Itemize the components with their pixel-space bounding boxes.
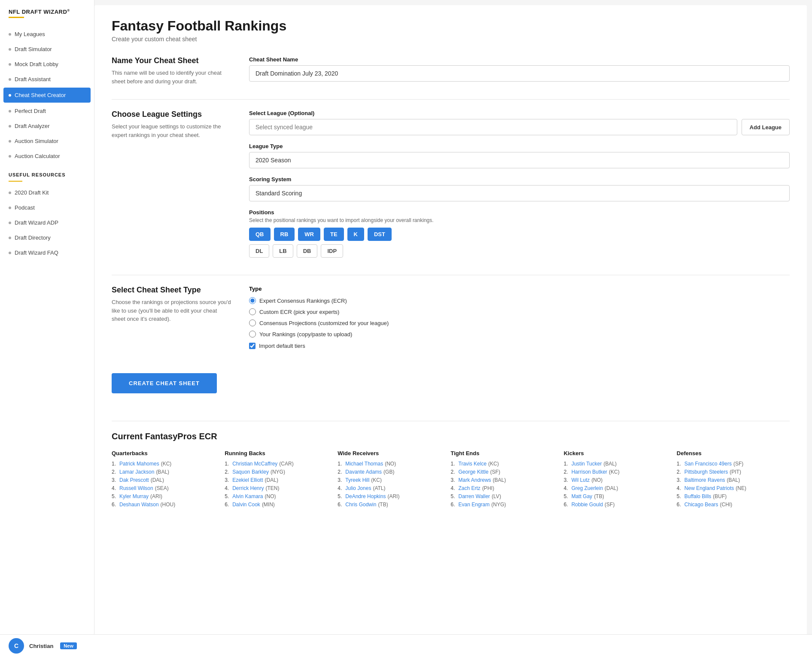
player-name-link[interactable]: San Francisco 49ers <box>684 461 732 467</box>
position-btn-te[interactable]: TE <box>324 228 344 241</box>
player-rank: 5. <box>338 493 344 499</box>
sidebar-item-draft-analyzer[interactable]: Draft Analyzer <box>0 119 94 134</box>
radio-input-3[interactable] <box>249 331 256 338</box>
position-btn-dst[interactable]: DST <box>368 228 392 241</box>
player-name-link[interactable]: Baltimore Ravens <box>684 477 725 483</box>
cheat-sheet-name-input[interactable] <box>249 65 790 82</box>
player-name-link[interactable]: Saquon Barkley <box>232 469 269 475</box>
player-name-link[interactable]: Russell Wilson <box>119 485 153 491</box>
position-btn-dl[interactable]: DL <box>249 244 269 258</box>
cheat-sheet-name-label: Cheat Sheet Name <box>249 56 790 63</box>
player-name-link[interactable]: Buffalo Bills <box>684 493 711 499</box>
player-name-link[interactable]: Lamar Jackson <box>119 469 154 475</box>
positions-desc: Select the positional rankings you want … <box>249 217 790 223</box>
list-item: 5.Kyler Murray (ARI) <box>112 493 218 499</box>
player-name-link[interactable]: Julio Jones <box>345 485 371 491</box>
radio-option-3[interactable]: Your Rankings (copy/paste to upload) <box>249 331 790 338</box>
list-item: 5.Matt Gay (TB) <box>564 493 670 499</box>
player-name-link[interactable]: Kyler Murray <box>119 493 149 499</box>
player-name-link[interactable]: Tyreek Hill <box>345 477 369 483</box>
player-name-link[interactable]: Michael Thomas <box>345 461 383 467</box>
sidebar-item-label: My Leagues <box>15 31 45 37</box>
radio-option-1[interactable]: Custom ECR (pick your experts) <box>249 308 790 315</box>
resource-item-draft-directory[interactable]: Draft Directory <box>0 230 94 245</box>
radio-option-0[interactable]: Expert Consensus Rankings (ECR) <box>249 297 790 304</box>
name-heading: Name Your Cheat Sheet <box>112 56 232 65</box>
sidebar-item-my-leagues[interactable]: My Leagues <box>0 27 94 42</box>
import-tiers-option[interactable]: Import default tiers <box>249 343 790 349</box>
radio-input-0[interactable] <box>249 297 256 304</box>
list-item: 3.Baltimore Ravens (BAL) <box>677 477 783 483</box>
sidebar-item-label: Mock Draft Lobby <box>15 61 58 67</box>
player-name-link[interactable]: Wil Lutz <box>572 477 590 483</box>
player-name-link[interactable]: Christian McCaffrey <box>232 461 277 467</box>
position-btn-rb[interactable]: RB <box>274 228 295 241</box>
sidebar-item-draft-assistant[interactable]: Draft Assistant <box>0 72 94 87</box>
player-name-link[interactable]: Chris Godwin <box>345 502 376 508</box>
player-name-link[interactable]: Harrison Butker <box>572 469 607 475</box>
add-league-button[interactable]: Add League <box>742 119 790 135</box>
player-name-link[interactable]: DeAndre Hopkins <box>345 493 386 499</box>
player-rank: 1. <box>564 461 570 467</box>
player-rank: 4. <box>677 485 683 491</box>
player-name-link[interactable]: Robbie Gould <box>572 502 603 508</box>
scoring-input[interactable] <box>249 185 790 201</box>
player-name-link[interactable]: Matt Gay <box>572 493 593 499</box>
sidebar-item-draft-simulator[interactable]: Draft Simulator <box>0 42 94 57</box>
player-name-link[interactable]: Justin Tucker <box>572 461 602 467</box>
player-name-link[interactable]: George Kittle <box>459 469 489 475</box>
position-btn-k[interactable]: K <box>347 228 364 241</box>
sidebar: NFL DRAFT WIZARD® My LeaguesDraft Simula… <box>0 0 94 657</box>
player-name-link[interactable]: Travis Kelce <box>459 461 487 467</box>
player-name-link[interactable]: Davante Adams <box>345 469 382 475</box>
sidebar-item-auction-calculator[interactable]: Auction Calculator <box>0 149 94 164</box>
ecr-col-running-backs: Running Backs1.Christian McCaffrey (CAR)… <box>225 450 338 510</box>
dot-icon <box>9 48 11 51</box>
position-btn-qb[interactable]: QB <box>249 228 271 241</box>
sidebar-item-mock-draft-lobby[interactable]: Mock Draft Lobby <box>0 57 94 72</box>
position-btn-idp[interactable]: IDP <box>321 244 343 258</box>
list-item: 1.Travis Kelce (KC) <box>451 461 557 467</box>
sidebar-item-perfect-draft[interactable]: Perfect Draft <box>0 103 94 119</box>
player-name-link[interactable]: Alvin Kamara <box>232 493 263 499</box>
player-name-link[interactable]: Darren Waller <box>459 493 490 499</box>
sidebar-item-label: Auction Simulator <box>15 138 58 144</box>
league-desc: Select your league settings to customize… <box>112 122 232 139</box>
player-name-link[interactable]: Derrick Henry <box>232 485 264 491</box>
position-btn-db[interactable]: DB <box>297 244 318 258</box>
radio-input-1[interactable] <box>249 308 256 315</box>
player-name-link[interactable]: New England Patriots <box>684 485 734 491</box>
player-name-link[interactable]: Mark Andrews <box>459 477 491 483</box>
resource-item-podcast[interactable]: Podcast <box>0 200 94 215</box>
league-synced-input[interactable] <box>249 119 737 135</box>
player-name-link[interactable]: Zach Ertz <box>459 485 481 491</box>
create-cheat-sheet-button[interactable]: CREATE CHEAT SHEET <box>112 373 217 393</box>
resource-item-draft-wizard-adp[interactable]: Draft Wizard ADP <box>0 215 94 230</box>
sidebar-resources: 2020 Draft KitPodcastDraft Wizard ADPDra… <box>0 185 94 260</box>
player-name-link[interactable]: Greg Zuerlein <box>572 485 603 491</box>
player-name-link[interactable]: Dalvin Cook <box>232 502 260 508</box>
import-tiers-checkbox[interactable] <box>249 343 255 349</box>
player-name-link[interactable]: Ezekiel Elliott <box>232 477 263 483</box>
league-type-input[interactable] <box>249 152 790 168</box>
dot-icon <box>9 63 11 66</box>
sidebar-item-cheat-sheet-creator[interactable]: Cheat Sheet Creator <box>3 88 91 103</box>
player-name-link[interactable]: Pittsburgh Steelers <box>684 469 728 475</box>
radio-option-2[interactable]: Consensus Projections (customized for yo… <box>249 319 790 326</box>
page-subtitle: Create your custom cheat sheet <box>112 36 790 43</box>
position-btn-lb[interactable]: LB <box>273 244 293 258</box>
player-name-link[interactable]: Chicago Bears <box>684 502 718 508</box>
resource-item-2020-draft-kit[interactable]: 2020 Draft Kit <box>0 185 94 200</box>
player-name-link[interactable]: Dak Prescott <box>119 477 149 483</box>
player-team: (PIT) <box>730 469 741 475</box>
resource-item-draft-wizard-faq[interactable]: Draft Wizard FAQ <box>0 245 94 260</box>
position-btn-wr[interactable]: WR <box>298 228 320 241</box>
player-name-link[interactable]: Evan Engram <box>459 502 490 508</box>
sidebar-item-auction-simulator[interactable]: Auction Simulator <box>0 134 94 149</box>
list-item: 1.Michael Thomas (NO) <box>338 461 444 467</box>
radio-input-2[interactable] <box>249 319 256 326</box>
player-name-link[interactable]: Patrick Mahomes <box>119 461 159 467</box>
list-item: 2.Davante Adams (GB) <box>338 469 444 475</box>
player-name-link[interactable]: Deshaun Watson <box>119 502 159 508</box>
player-rank: 6. <box>677 502 683 508</box>
